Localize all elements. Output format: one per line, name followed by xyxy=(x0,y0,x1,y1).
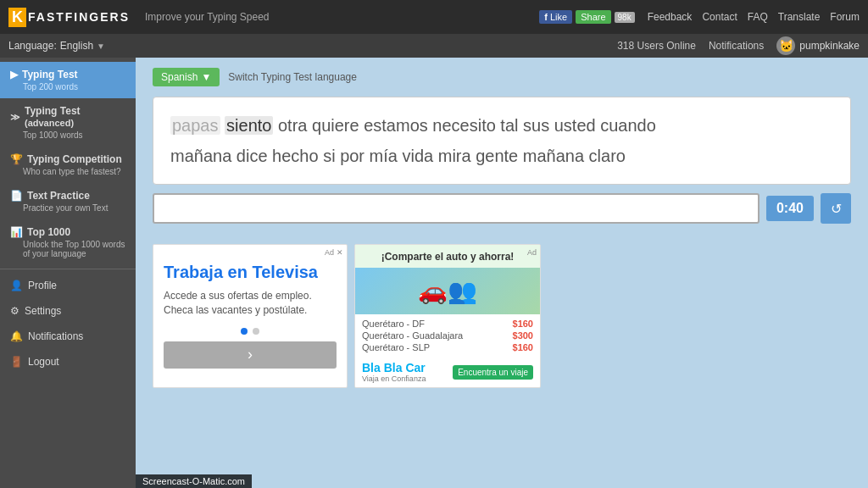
input-row: 0:40 ↺ xyxy=(153,193,851,224)
lang-bar: Spanish ▼ Switch Typing Test language xyxy=(153,68,851,86)
top1000-sub: Unlock the Top 1000 words of your langua… xyxy=(10,240,125,258)
ad-right-label: Ad xyxy=(527,248,537,257)
nav-faq[interactable]: FAQ xyxy=(748,11,768,23)
ad-dots xyxy=(164,328,337,335)
switch-lang-text: Switch Typing Test language xyxy=(228,71,357,83)
logo-area: K FASTFINGERS Improve your Typing Speed xyxy=(8,8,270,27)
refresh-icon: ↺ xyxy=(831,201,842,217)
sidebar-item-text-practice[interactable]: 📄 Text Practice Practice your own Text xyxy=(0,183,136,219)
sidebar-item-top1000[interactable]: 📊 Top 1000 Unlock the Top 1000 words of … xyxy=(0,219,136,265)
trophy-icon: 🏆 xyxy=(10,153,23,165)
nav-feedback[interactable]: Feedback xyxy=(648,11,693,23)
top1000-label: Top 1000 xyxy=(27,226,70,238)
typing-container: Spanish ▼ Switch Typing Test language pa… xyxy=(136,58,868,244)
language-selector[interactable]: Language: English ▼ xyxy=(8,40,105,52)
price-row-2: Querétaro - Guadalajara $300 xyxy=(362,330,533,341)
ad-right: Ad ¡Comparte el auto y ahorra! 🚗👥 Querét… xyxy=(354,244,541,388)
profile-label: Profile xyxy=(28,280,57,291)
person-icon: 👤 xyxy=(10,280,23,291)
language-label: Language: xyxy=(8,40,57,52)
logo: K FASTFINGERS xyxy=(8,8,130,27)
price-row-3: Querétaro - SLP $160 xyxy=(362,341,533,353)
ads-row: Ad ✕ Trabaja en Televisa Accede a sus of… xyxy=(136,244,868,388)
reset-button[interactable]: ↺ xyxy=(821,193,851,224)
fb-share-btn[interactable]: Share xyxy=(576,10,610,24)
chart-icon: 📊 xyxy=(10,226,23,238)
logo-k: K xyxy=(8,8,26,27)
notifications-link[interactable]: Notifications xyxy=(709,40,764,52)
sidebar-item-profile[interactable]: 👤 Profile xyxy=(0,273,136,298)
dot-1[interactable] xyxy=(241,328,248,335)
top-nav-links: Feedback Contact FAQ Translate Forum xyxy=(648,11,860,23)
text-practice-sub: Practice your own Text xyxy=(10,203,125,213)
blacar-tagline: Viaja en Confianza xyxy=(362,374,426,383)
spanish-label: Spanish xyxy=(161,71,198,83)
blacar-header-text: ¡Comparte el auto y ahorra! xyxy=(381,251,515,263)
typing-test-adv-sub: Top 1000 words xyxy=(10,130,125,140)
word-typed: papas xyxy=(170,116,220,135)
bell-icon: 🔔 xyxy=(10,330,23,342)
dot-2[interactable] xyxy=(253,328,259,335)
fb-count: 98k xyxy=(615,12,635,23)
nav-forum[interactable]: Forum xyxy=(830,11,860,23)
sidebar-item-logout[interactable]: 🚪 Logout xyxy=(0,349,136,374)
ad-left-title: Trabaja en Televisa xyxy=(164,262,337,282)
chevron-down-icon: ▼ xyxy=(97,42,105,51)
text-practice-label: Text Practice xyxy=(27,190,90,202)
username: pumpkinkake xyxy=(799,40,860,52)
typing-test-adv-label: Typing Test(advanced) xyxy=(25,105,81,129)
price-row-1: Querétaro - DF $160 xyxy=(362,318,533,330)
text-display: papas siento otra quiere estamos necesit… xyxy=(153,97,851,185)
settings-label: Settings xyxy=(25,305,61,317)
ad-left-label: Ad ✕ xyxy=(325,248,343,257)
top-bar: K FASTFINGERS Improve your Typing Speed … xyxy=(0,0,868,34)
ad-left-body: Accede a sus ofertas de empleo. Checa la… xyxy=(164,289,337,318)
close-icon-left[interactable]: ✕ xyxy=(337,248,343,257)
list-icon: ≫ xyxy=(10,112,20,123)
fb-icon: f xyxy=(544,12,548,22)
tagline: Improve your Typing Speed xyxy=(145,11,270,23)
spanish-btn[interactable]: Spanish ▼ xyxy=(153,68,220,86)
logo-text: FASTFINGERS xyxy=(28,10,130,24)
sidebar: ▶ Typing Test Top 200 words ≫ Typing Tes… xyxy=(0,58,136,488)
logout-icon: 🚪 xyxy=(10,356,23,368)
top-right: f Like Share 98k Feedback Contact FAQ Tr… xyxy=(539,10,860,24)
sidebar-item-typing-test[interactable]: ▶ Typing Test Top 200 words xyxy=(0,62,136,98)
next-arrow-icon: › xyxy=(248,346,253,363)
route-2: Querétaro - Guadalajara xyxy=(362,330,463,341)
ad-marker-left: Ad xyxy=(325,248,334,257)
sidebar-item-typing-test-advanced[interactable]: ≫ Typing Test(advanced) Top 1000 words xyxy=(0,98,136,147)
dropdown-arrow: ▼ xyxy=(201,71,211,83)
notifications-sidebar-label: Notifications xyxy=(28,330,83,342)
sidebar-item-notifications[interactable]: 🔔 Notifications xyxy=(0,324,136,349)
nav-contact[interactable]: Contact xyxy=(702,11,737,23)
route-3: Querétaro - SLP xyxy=(362,342,430,352)
ad-next-btn[interactable]: › xyxy=(164,341,337,369)
users-online: 318 Users Online xyxy=(617,40,696,52)
route-1: Querétaro - DF xyxy=(362,319,425,329)
blacar-logo: Bla Bla Car Viaja en Confianza xyxy=(362,361,426,383)
sidebar-item-competition[interactable]: 🏆 Typing Competition Who can type the fa… xyxy=(0,147,136,183)
car-icon: 🚗👥 xyxy=(418,277,477,305)
blacar-prices: Querétaro - DF $160 Querétaro - Guadalaj… xyxy=(355,314,540,357)
competition-label: Typing Competition xyxy=(27,153,122,165)
fb-like-label: Like xyxy=(550,12,567,22)
typing-test-label: Typing Test xyxy=(22,69,78,80)
gear-icon: ⚙ xyxy=(10,305,19,317)
user-profile[interactable]: 🐱 pumpkinkake xyxy=(776,36,860,55)
fb-like-btn[interactable]: f Like xyxy=(539,10,572,24)
timer-display: 0:40 xyxy=(766,196,814,221)
nav-translate[interactable]: Translate xyxy=(778,11,821,23)
word-current: siento xyxy=(225,116,273,135)
encuentra-btn[interactable]: Encuentra un viaje xyxy=(453,365,533,380)
price-2: $300 xyxy=(513,330,533,341)
sidebar-divider-1 xyxy=(0,269,136,269)
content-area: Spanish ▼ Switch Typing Test language pa… xyxy=(136,58,868,488)
typing-input[interactable] xyxy=(153,193,760,224)
blacar-image: 🚗👥 xyxy=(355,268,540,314)
doc-icon: 📄 xyxy=(10,190,23,202)
ad-left: Ad ✕ Trabaja en Televisa Accede a sus of… xyxy=(153,244,348,388)
main-layout: ▶ Typing Test Top 200 words ≫ Typing Tes… xyxy=(0,58,868,488)
text-remaining-line1: otra quiere estamos necesito tal sus ust… xyxy=(278,116,656,135)
sidebar-item-settings[interactable]: ⚙ Settings xyxy=(0,298,136,324)
